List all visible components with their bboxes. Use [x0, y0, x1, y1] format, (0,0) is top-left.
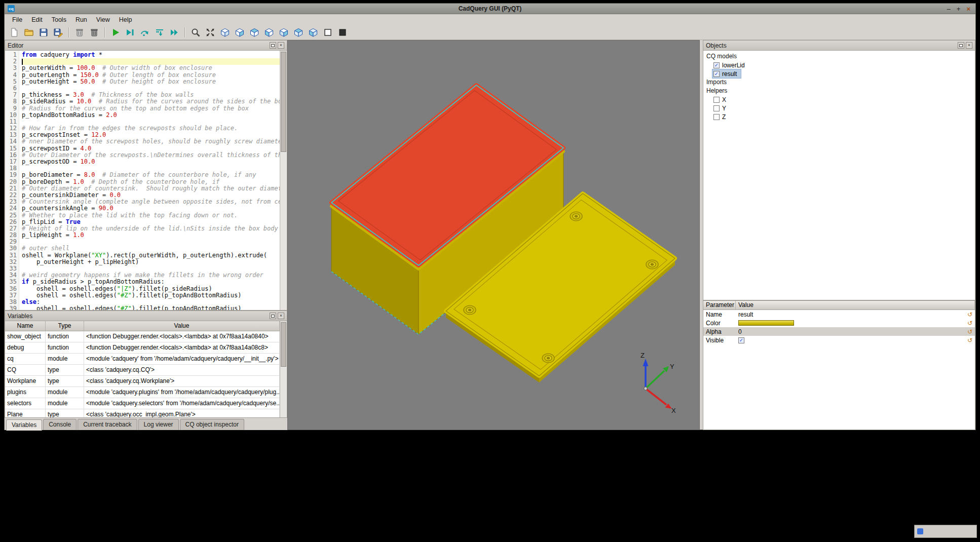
menu-edit[interactable]: Edit	[27, 15, 47, 25]
editor-scrollbar[interactable]	[280, 51, 287, 310]
shaded-mode-button[interactable]	[335, 26, 349, 39]
variables-body: show_objectfunction<function Debugger.re…	[5, 331, 280, 417]
param-row-visible[interactable]: Visible✓↺	[703, 336, 975, 344]
close-panel-icon: ×	[280, 43, 282, 48]
tab-current-traceback[interactable]: Current traceback	[78, 419, 137, 430]
visibility-checkbox[interactable]	[713, 114, 720, 120]
visibility-checkbox[interactable]: ✓	[713, 71, 720, 77]
variable-row[interactable]: Workplanetype<class 'cadquery.cq.Workpla…	[5, 376, 280, 387]
variable-row[interactable]: show_objectfunction<function Debugger.re…	[5, 331, 280, 342]
viewport-3d[interactable]: Z Y X	[287, 40, 700, 430]
debug-icon	[125, 27, 135, 37]
tree-item-result[interactable]: ✓result	[712, 69, 741, 78]
objects-panel-title: Objects	[706, 42, 727, 49]
column-header-type[interactable]: Type	[46, 321, 84, 331]
variable-row[interactable]: pluginsmodule<module 'cadquery.plugins' …	[5, 387, 280, 398]
wireframe-mode-button[interactable]	[321, 26, 334, 39]
3d-scene[interactable]: Z Y X	[288, 41, 700, 430]
delete-button[interactable]	[87, 26, 101, 39]
variable-type: type	[46, 365, 84, 376]
tab-console[interactable]: Console	[43, 419, 77, 430]
param-row-color[interactable]: Color↺	[703, 319, 975, 327]
view-bottom-button[interactable]	[306, 26, 320, 39]
color-swatch[interactable]	[738, 320, 794, 326]
variables-scrollbar-thumb[interactable]	[281, 322, 286, 367]
revert-icon[interactable]: ↺	[965, 329, 975, 335]
view-left-button[interactable]	[262, 26, 276, 39]
save-button[interactable]	[36, 26, 50, 39]
step-return-button[interactable]	[167, 26, 181, 39]
visible-checkbox[interactable]: ✓	[738, 337, 744, 343]
revert-icon[interactable]: ↺	[965, 337, 975, 343]
variable-row[interactable]: Planetype<class 'cadquery.occ_impl.geom.…	[5, 409, 280, 417]
close-panel-button[interactable]: ×	[278, 313, 284, 319]
param-column-value[interactable]: Value	[736, 301, 975, 309]
titlebar[interactable]: cq CadQuery GUI (PyQT) – + ×	[5, 4, 975, 14]
menu-view[interactable]: View	[92, 15, 115, 25]
run-script-button[interactable]	[108, 26, 122, 39]
float-panel-button[interactable]	[270, 42, 276, 49]
revert-icon[interactable]: ↺	[965, 312, 975, 318]
tree-item-y[interactable]: Y	[712, 104, 730, 112]
view-top-button[interactable]	[291, 26, 305, 39]
tree-item-lowerlid[interactable]: ✓lowerLid	[712, 61, 749, 69]
zoom-button[interactable]	[189, 26, 202, 39]
column-header-value[interactable]: Value	[84, 321, 280, 331]
view-front-button[interactable]	[233, 26, 246, 39]
code-line-36: oshell = oshell.edges("|Z").fillet(p_sid…	[22, 286, 280, 292]
view-right-button[interactable]	[277, 26, 290, 39]
axis-label-z: Z	[640, 352, 645, 359]
tree-item-z[interactable]: Z	[712, 112, 730, 121]
minimize-icon[interactable]: –	[947, 4, 951, 14]
variable-name: plugins	[5, 387, 46, 398]
variable-row[interactable]: cqmodule<module 'cadquery' from '/home/a…	[5, 354, 280, 365]
clear-button[interactable]	[72, 26, 86, 39]
float-panel-button[interactable]	[958, 42, 964, 49]
tab-variables[interactable]: Variables	[6, 419, 42, 431]
view-iso-button[interactable]	[218, 26, 232, 39]
code-line-30: # outer shell	[22, 245, 280, 252]
variable-row[interactable]: selectorsmodule<module 'cadquery.selecto…	[5, 398, 280, 409]
editor-panel-header: Editor ×	[5, 41, 287, 51]
param-row-name[interactable]: Nameresult↺	[703, 310, 975, 319]
menubar: FileEditToolsRunViewHelp	[5, 14, 975, 25]
text-cursor	[22, 59, 23, 65]
column-header-name[interactable]: Name	[5, 321, 46, 331]
maximize-icon[interactable]: +	[957, 4, 961, 14]
new-file-button[interactable]	[7, 26, 21, 39]
tree-group-helpers[interactable]: Helpers	[703, 87, 975, 95]
editor-body[interactable]: 1234567891011121314151617181920212223242…	[5, 51, 287, 310]
close-icon[interactable]: ×	[966, 4, 970, 14]
tree-item-x[interactable]: X	[712, 95, 730, 104]
editor-code[interactable]: from cadquery import *p_outerWidth = 100…	[19, 51, 280, 310]
open-file-button[interactable]	[22, 26, 35, 39]
visibility-checkbox[interactable]: ✓	[713, 62, 720, 68]
visibility-checkbox[interactable]	[713, 105, 720, 111]
menu-help[interactable]: Help	[115, 15, 137, 25]
close-panel-button[interactable]: ×	[966, 42, 972, 49]
menu-file[interactable]: File	[8, 15, 27, 25]
step-over-button[interactable]	[138, 26, 152, 39]
debug-script-button[interactable]	[123, 26, 137, 39]
tab-log-viewer[interactable]: Log viewer	[138, 419, 179, 430]
visibility-checkbox[interactable]	[713, 97, 720, 103]
editor-scrollbar-thumb[interactable]	[281, 52, 286, 152]
variables-scrollbar[interactable]	[280, 321, 287, 417]
revert-icon[interactable]: ↺	[965, 320, 975, 326]
param-row-alpha[interactable]: Alpha0↺	[703, 327, 975, 336]
tree-group-imports[interactable]: Imports	[703, 78, 975, 87]
variable-row[interactable]: debugfunction<function Debugger.render.<…	[5, 342, 280, 354]
step-into-button[interactable]	[153, 26, 166, 39]
tree-group-cq-models[interactable]: CQ models	[703, 52, 975, 61]
variable-row[interactable]: CQtype<class 'cadquery.cq.CQ'>	[5, 365, 280, 376]
param-column-parameter[interactable]: Parameter	[703, 301, 736, 309]
save-as-button[interactable]	[51, 26, 65, 39]
view-back-button[interactable]	[247, 26, 261, 39]
param-name: Name	[703, 311, 736, 318]
float-panel-button[interactable]	[270, 313, 276, 319]
close-panel-button[interactable]: ×	[278, 42, 284, 49]
fit-view-button[interactable]	[203, 26, 217, 39]
menu-run[interactable]: Run	[71, 15, 92, 25]
tab-cq-object-inspector[interactable]: CQ object inspector	[180, 419, 244, 430]
menu-tools[interactable]: Tools	[47, 15, 71, 25]
